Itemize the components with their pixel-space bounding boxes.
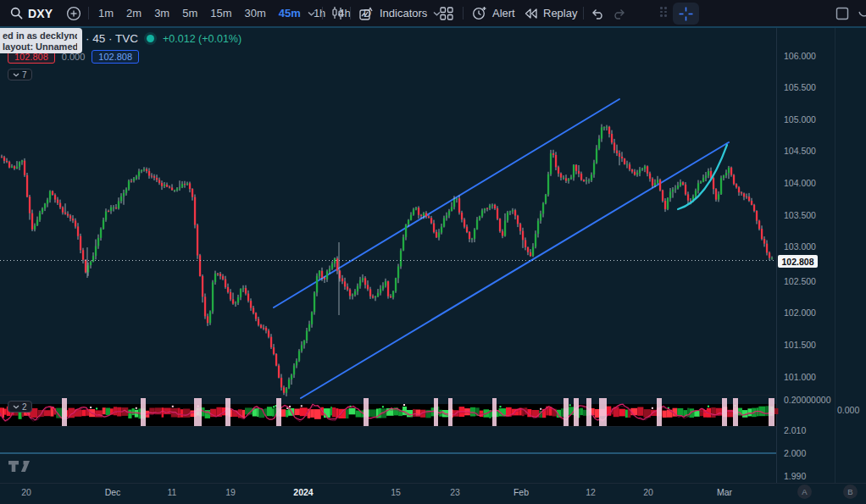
- crosshair-tool-button[interactable]: [673, 3, 699, 25]
- undo-button[interactable]: [591, 0, 605, 26]
- chevron-down-icon: [308, 11, 315, 16]
- add-symbol-button[interactable]: [66, 0, 81, 26]
- tooltip-line-1: ed in as decklyndubs: [3, 30, 77, 42]
- signal-band: [364, 398, 369, 426]
- toolbar-separator: [322, 7, 323, 19]
- signal-band: [657, 398, 662, 426]
- redo-icon: [612, 8, 626, 19]
- signal-band: [722, 398, 727, 426]
- candlestick-style-icon: [330, 6, 345, 20]
- chevron-down-icon: [13, 405, 19, 409]
- drag-handle-icon[interactable]: [660, 7, 667, 17]
- indicators-label: Indicators: [380, 7, 427, 19]
- layout-templates-button[interactable]: [440, 0, 453, 26]
- indicators-button[interactable]: Indicators: [359, 0, 441, 26]
- market-status-icon[interactable]: [147, 35, 154, 42]
- timeframe-3m[interactable]: 3m: [152, 7, 172, 19]
- account-tooltip: ed in as decklyndubs layout: Unnamed: [0, 28, 82, 53]
- signal-band: [276, 398, 281, 426]
- toolbar-separator: [350, 7, 351, 19]
- tooltip-line-2: layout: Unnamed: [3, 42, 77, 53]
- crosshair-icon: [679, 7, 693, 21]
- main-legend-collapse-button[interactable]: 7: [8, 69, 32, 80]
- timeframe-30m[interactable]: 30m: [242, 7, 269, 19]
- timeframe-5m[interactable]: 5m: [180, 7, 200, 19]
- signal-band: [141, 398, 146, 426]
- replay-button[interactable]: Replay: [524, 0, 577, 26]
- replay-icon: [524, 8, 538, 19]
- signal-band: [194, 398, 202, 426]
- tradingview-logo[interactable]: [8, 461, 31, 474]
- alert-button[interactable]: Alert: [472, 0, 515, 26]
- timeframe-45m[interactable]: 45m: [276, 7, 303, 19]
- timeframe-15m[interactable]: 15m: [208, 7, 234, 19]
- chart-canvas[interactable]: [0, 0, 866, 504]
- alert-clock-icon: [472, 6, 487, 20]
- timeframe-dropdown[interactable]: [307, 0, 315, 26]
- signal-band: [769, 398, 774, 426]
- trendlines: [274, 99, 729, 398]
- signal-band: [574, 398, 579, 426]
- signal-band: [586, 398, 591, 426]
- tradingview-window: DXY 1m2m3m5m15m30m45m1h4hD Indicators: [0, 0, 866, 504]
- redo-button[interactable]: [612, 0, 626, 26]
- plus-circle-icon: [66, 6, 81, 21]
- symbol-legend[interactable]: · 45 · TVC +0.012 (+0.01%): [86, 32, 241, 45]
- buy-price-button[interactable]: 102.808: [92, 50, 139, 64]
- signal-band: [434, 398, 438, 426]
- timeframe-2m[interactable]: 2m: [124, 7, 144, 19]
- fullscreen-button[interactable]: [835, 0, 849, 26]
- toolbar-separator: [88, 7, 89, 19]
- clipped-edge-button[interactable]: [858, 0, 866, 26]
- replay-label: Replay: [543, 7, 577, 19]
- price-change-text: +0.012 (+0.01%): [163, 33, 241, 45]
- signal-band: [225, 398, 230, 426]
- momentum-ribbon-pane: [0, 398, 778, 426]
- search-icon: [10, 7, 23, 19]
- cyan-arc: [678, 145, 727, 209]
- partial-circle-icon: [858, 7, 866, 20]
- current-price-label[interactable]: 102.808: [778, 255, 818, 268]
- toolbar-separator: [463, 7, 464, 19]
- square-frame-icon: [835, 7, 849, 20]
- signal-band: [448, 398, 452, 426]
- strip-indicator-count: 2: [22, 402, 27, 412]
- grid-layout-icon: [440, 7, 453, 20]
- symbol-search-button[interactable]: DXY: [10, 0, 53, 26]
- top-toolbar: DXY 1m2m3m5m15m30m45m1h4hD Indicators: [0, 0, 866, 26]
- symbol-name: DXY: [28, 7, 53, 20]
- signal-band: [599, 398, 607, 426]
- toolbar-separator: [583, 7, 584, 19]
- symbol-info-text: · 45 · TVC: [86, 32, 138, 45]
- strip-legend-collapse-button[interactable]: 2: [8, 401, 32, 413]
- signal-band: [733, 398, 738, 426]
- alert-label: Alert: [492, 7, 515, 19]
- signal-band: [62, 398, 67, 426]
- chevron-down-icon: [13, 73, 19, 77]
- signal-band: [492, 398, 497, 426]
- indicators-icon: [359, 7, 375, 20]
- collapsed-indicator-count: 7: [22, 70, 27, 80]
- channel-upper: [274, 99, 619, 307]
- signal-band: [563, 398, 569, 426]
- chart-style-button[interactable]: [330, 0, 345, 26]
- timeframe-1m[interactable]: 1m: [96, 7, 116, 19]
- undo-icon: [591, 8, 605, 19]
- channel-lower: [301, 142, 729, 398]
